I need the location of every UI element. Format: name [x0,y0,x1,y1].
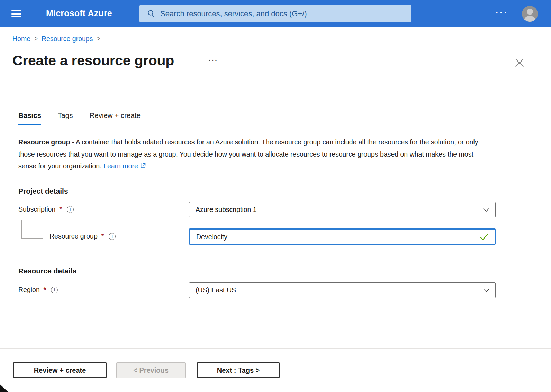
field-connector-line [21,238,43,239]
breadcrumb-separator: > [34,35,38,43]
brand-logo[interactable]: Microsoft Azure [46,8,112,18]
resource-group-description: Resource group - A container that holds … [18,136,490,172]
close-icon[interactable] [514,57,525,68]
subscription-label: Subscription* i [18,205,74,213]
global-search-box[interactable] [139,5,411,22]
review-create-button[interactable]: Review + create [13,362,107,378]
breadcrumb-home-link[interactable]: Home [12,35,30,43]
search-input[interactable] [160,9,406,18]
page-title: Create a resource group [12,53,174,69]
learn-more-link[interactable]: Learn more [103,162,138,170]
project-details-heading: Project details [18,187,68,195]
chevron-down-icon [483,208,490,212]
valid-check-icon [479,233,489,241]
chevron-down-icon [483,288,490,292]
search-icon [147,10,155,18]
avatar-head-icon [527,9,533,15]
region-info-icon[interactable]: i [51,287,58,293]
region-dropdown[interactable]: (US) East US [189,282,496,298]
azure-portal-page: Microsoft Azure ··· Home > Resource grou… [0,0,551,392]
resource-group-label: Resource group* i [49,232,116,240]
subscription-dropdown[interactable]: Azure subscription 1 [189,202,496,217]
resource-details-heading: Resource details [18,267,76,275]
field-connector-line [21,220,22,238]
region-label: Region* i [18,286,58,294]
breadcrumb-resource-groups-link[interactable]: Resource groups [42,35,93,43]
breadcrumb: Home > Resource groups > [12,35,100,43]
text-caret [228,232,228,241]
region-value: (US) East US [196,286,483,294]
topbar-more-icon[interactable]: ··· [496,8,508,18]
avatar-torso-icon [524,16,535,22]
mouse-cursor [0,382,10,392]
required-asterisk: * [101,232,104,240]
previous-button[interactable]: < Previous [116,362,186,378]
account-avatar[interactable] [522,6,538,22]
required-asterisk: * [59,205,62,213]
tab-tags[interactable]: Tags [58,111,73,125]
tab-basics[interactable]: Basics [18,111,41,125]
description-body: - A container that holds related resourc… [18,138,478,170]
required-asterisk: * [44,286,46,294]
title-more-icon[interactable]: ··· [208,56,218,64]
description-lead: Resource group [18,138,70,146]
resource-group-value: Develocity [196,232,479,241]
wizard-tabs: Basics Tags Review + create [18,111,141,125]
external-link-icon[interactable] [140,160,146,172]
top-bar: Microsoft Azure ··· [0,0,551,27]
subscription-info-icon[interactable]: i [67,206,74,213]
hamburger-menu-icon[interactable] [11,10,21,17]
breadcrumb-separator: > [97,35,100,43]
next-tags-button[interactable]: Next : Tags > [197,362,280,378]
subscription-value: Azure subscription 1 [196,206,483,214]
footer-divider [0,348,551,349]
resource-group-info-icon[interactable]: i [109,233,116,240]
tab-review-create[interactable]: Review + create [89,111,141,125]
resource-group-input[interactable]: Develocity [189,228,496,245]
